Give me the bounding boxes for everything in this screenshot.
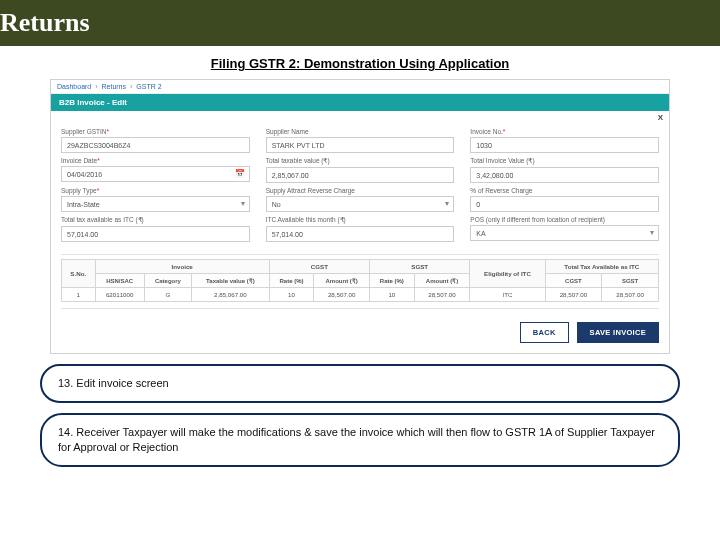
- table-header-row: S.No. Invoice CGST SGST Eligibility of I…: [62, 260, 659, 274]
- field-invoice-no: Invoice No.* 1030: [470, 128, 659, 153]
- field-reverse-charge: Supply Attract Reverse Charge No▾: [266, 187, 455, 212]
- table-row[interactable]: 1 62011000 G 2,85,067.00 10 28,507.00 10…: [62, 288, 659, 302]
- chevron-down-icon: ▾: [241, 199, 245, 208]
- chevron-right-icon: ›: [95, 83, 97, 90]
- panel-header: B2B Invoice - Edit: [51, 94, 669, 111]
- col-eligibility: Eligibility of ITC: [470, 260, 545, 288]
- callout-step-13: 13. Edit invoice screen: [40, 364, 680, 403]
- col-cgst: CGST: [269, 260, 369, 274]
- input-total-taxable[interactable]: 2,85,067.00: [266, 167, 455, 183]
- select-pos[interactable]: KA▾: [470, 225, 659, 241]
- input-supplier-gstin[interactable]: 29AZBCS3004B6Z4: [61, 137, 250, 153]
- field-pct-reverse-charge: % of Reverse Charge 0: [470, 187, 659, 212]
- slide-title-banner: Returns: [0, 0, 720, 46]
- col-itc: Total Tax Available as ITC: [545, 260, 658, 274]
- divider: [61, 254, 659, 255]
- input-total-invoice-value[interactable]: 3,42,080.00: [470, 167, 659, 183]
- select-supply-type[interactable]: Intra-State▾: [61, 196, 250, 212]
- back-button[interactable]: BACK: [520, 322, 569, 343]
- line-items-table: S.No. Invoice CGST SGST Eligibility of I…: [61, 259, 659, 302]
- breadcrumb: Dashboard › Returns › GSTR 2: [51, 80, 669, 94]
- callout-step-14: 14. Receiver Taxpayer will make the modi…: [40, 413, 680, 467]
- app-screenshot-frame: Dashboard › Returns › GSTR 2 B2B Invoice…: [50, 79, 670, 354]
- select-reverse-charge[interactable]: No▾: [266, 196, 455, 212]
- breadcrumb-item[interactable]: Dashboard: [57, 83, 91, 90]
- button-row: BACK SAVE INVOICE: [51, 316, 669, 353]
- chevron-right-icon: ›: [130, 83, 132, 90]
- field-itc-month: ITC Available this month (₹) 57,014.00: [266, 216, 455, 242]
- input-total-itc[interactable]: 57,014.00: [61, 226, 250, 242]
- input-itc-month[interactable]: 57,014.00: [266, 226, 455, 242]
- chevron-down-icon: ▾: [445, 199, 449, 208]
- invoice-form: Supplier GSTIN* 29AZBCS3004B6Z4 Supplier…: [51, 124, 669, 250]
- field-pos: POS (only if different from location of …: [470, 216, 659, 242]
- horizontal-scrollbar[interactable]: [61, 308, 659, 316]
- input-invoice-no[interactable]: 1030: [470, 137, 659, 153]
- field-invoice-date: Invoice Date* 04/04/2016📅: [61, 157, 250, 183]
- input-supplier-name[interactable]: STARK PVT LTD: [266, 137, 455, 153]
- breadcrumb-item[interactable]: GSTR 2: [136, 83, 161, 90]
- chevron-down-icon: ▾: [650, 228, 654, 237]
- calendar-icon[interactable]: 📅: [235, 169, 245, 178]
- page-title: Returns: [0, 8, 712, 38]
- close-icon[interactable]: X: [658, 113, 663, 122]
- input-invoice-date[interactable]: 04/04/2016📅: [61, 166, 250, 182]
- breadcrumb-item[interactable]: Returns: [102, 83, 127, 90]
- col-sgst: SGST: [370, 260, 470, 274]
- field-total-invoice-value: Total Invoice Value (₹) 3,42,080.00: [470, 157, 659, 183]
- col-sno: S.No.: [62, 260, 96, 288]
- col-invoice: Invoice: [95, 260, 269, 274]
- field-total-itc: Total tax available as ITC (₹) 57,014.00: [61, 216, 250, 242]
- slide-subtitle: Filing GSTR 2: Demonstration Using Appli…: [0, 56, 720, 71]
- field-supplier-gstin: Supplier GSTIN* 29AZBCS3004B6Z4: [61, 128, 250, 153]
- callout-container: 13. Edit invoice screen 14. Receiver Tax…: [0, 364, 720, 477]
- input-pct-reverse-charge[interactable]: 0: [470, 196, 659, 212]
- field-supply-type: Supply Type* Intra-State▾: [61, 187, 250, 212]
- save-invoice-button[interactable]: SAVE INVOICE: [577, 322, 659, 343]
- field-supplier-name: Supplier Name STARK PVT LTD: [266, 128, 455, 153]
- table-subheader-row: HSN/SAC Category Taxable value (₹) Rate …: [62, 274, 659, 288]
- field-total-taxable: Total taxable value (₹) 2,85,067.00: [266, 157, 455, 183]
